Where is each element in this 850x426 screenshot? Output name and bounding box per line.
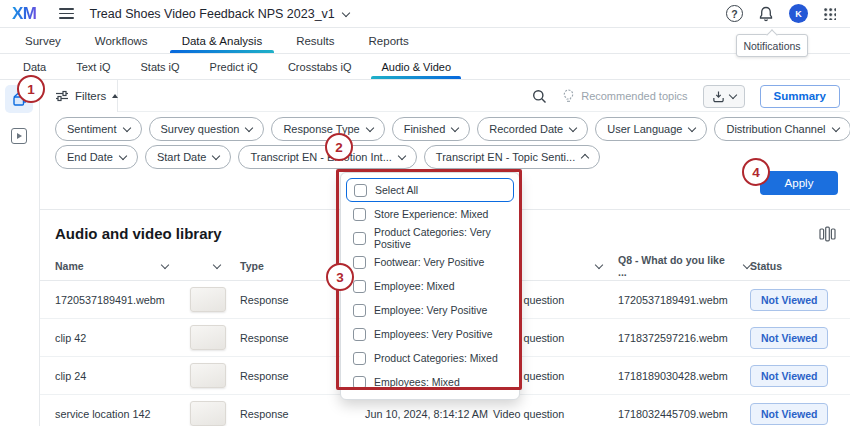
tab-predict-iq[interactable]: Predict iQ xyxy=(195,54,273,79)
checkbox[interactable] xyxy=(354,184,367,197)
filter-chip-survey-question[interactable]: Survey question xyxy=(149,117,265,141)
xm-logo: XM xyxy=(12,4,37,24)
question-cell: Video question xyxy=(493,408,618,420)
column-header-name[interactable]: Name xyxy=(55,260,190,272)
search-icon[interactable] xyxy=(532,89,547,104)
topic-sentiment-dropdown: Select All Store Experience: Mixed Produ… xyxy=(340,172,520,400)
annotation-step-2: 2 xyxy=(325,133,353,161)
project-title: Tread Shoes Video Feedback NPS 2023_v1 xyxy=(90,7,335,21)
apply-button[interactable]: Apply xyxy=(760,171,838,195)
tab-text-iq[interactable]: Text iQ xyxy=(61,54,125,79)
filter-chip-user-language[interactable]: User Language xyxy=(595,117,707,141)
chevron-down-icon xyxy=(451,124,459,132)
columns-icon xyxy=(819,226,836,242)
option-label: Product Categories: Very Positive xyxy=(374,226,507,250)
help-icon[interactable]: ? xyxy=(726,5,743,22)
chevron-up-icon xyxy=(581,154,589,162)
option-label: Employee: Very Positive xyxy=(374,304,487,316)
video-thumbnail[interactable] xyxy=(190,325,226,350)
file-name: service location 142 xyxy=(55,408,190,420)
primary-nav: Survey Workflows Data & Analysis Results… xyxy=(0,28,850,54)
summary-button[interactable]: Summary xyxy=(760,85,840,108)
filter-chip-sentiment[interactable]: Sentiment xyxy=(55,117,142,141)
dropdown-option[interactable]: Employee: Mixed xyxy=(346,274,514,298)
file-name: 1720537189491.webm xyxy=(55,294,190,306)
option-label: Product Categories: Mixed xyxy=(374,352,498,364)
app-window: XM Tread Shoes Video Feedback NPS 2023_v… xyxy=(0,0,850,426)
video-thumbnail[interactable] xyxy=(190,401,226,426)
dropdown-option[interactable]: Employees: Mixed xyxy=(346,370,514,394)
annotation-step-1: 1 xyxy=(17,75,45,103)
filter-chip-end-date[interactable]: End Date xyxy=(55,145,138,169)
status-badge: Not Viewed xyxy=(750,403,828,425)
checkbox[interactable] xyxy=(353,280,366,293)
q8-cell: 1720537189491.webm xyxy=(618,294,750,306)
tab-audio-video[interactable]: Audio & Video xyxy=(366,54,466,79)
top-right-icons: ? K xyxy=(726,4,836,23)
sort-chevron-icon xyxy=(161,260,169,268)
top-bar: XM Tread Shoes Video Feedback NPS 2023_v… xyxy=(0,0,850,28)
dropdown-option[interactable]: Employees: Very Positive xyxy=(346,322,514,346)
dropdown-option-select-all[interactable]: Select All xyxy=(346,178,514,202)
file-name: clip 24 xyxy=(55,370,190,382)
option-label: Employee: Mixed xyxy=(374,280,455,292)
filters-button[interactable]: Filters xyxy=(55,90,118,102)
checkbox[interactable] xyxy=(353,232,366,245)
status-badge: Not Viewed xyxy=(750,289,828,311)
tab-results[interactable]: Results xyxy=(279,28,351,53)
dropdown-option[interactable]: Store Experience: Mixed xyxy=(346,202,514,226)
checkbox[interactable] xyxy=(353,208,366,221)
lightbulb-icon xyxy=(562,89,575,103)
recommended-topics-label: Recommended topics xyxy=(581,90,687,102)
dropdown-option[interactable]: Employee: Very Positive xyxy=(346,298,514,322)
dropdown-option[interactable]: Product Categories: Very Positive xyxy=(346,226,514,250)
column-header-thumbnail[interactable] xyxy=(190,264,240,268)
chevron-down-icon xyxy=(569,124,577,132)
app-grid-icon[interactable] xyxy=(823,7,836,20)
project-title-dropdown[interactable]: Tread Shoes Video Feedback NPS 2023_v1 xyxy=(90,7,349,21)
video-thumbnail[interactable] xyxy=(190,287,226,312)
tab-reports[interactable]: Reports xyxy=(352,28,426,53)
tab-data-analysis[interactable]: Data & Analysis xyxy=(165,28,280,53)
sidebar xyxy=(0,80,40,426)
column-header-status[interactable]: Status xyxy=(750,260,850,272)
option-label: Select All xyxy=(375,184,418,196)
tab-crosstabs-iq[interactable]: Crosstabs iQ xyxy=(273,54,367,79)
checkbox[interactable] xyxy=(353,304,366,317)
filter-chip-topic-sentiment[interactable]: Transcript EN - Topic Senti... xyxy=(424,145,600,169)
chevron-down-icon xyxy=(688,124,696,132)
export-icon xyxy=(712,90,725,103)
q8-cell: 1718032445709.webm xyxy=(618,408,750,420)
avatar[interactable]: K xyxy=(789,4,808,23)
q8-cell: 1718372597216.webm xyxy=(618,332,750,344)
video-thumbnail[interactable] xyxy=(190,363,226,388)
status-badge: Not Viewed xyxy=(750,365,828,387)
checkbox[interactable] xyxy=(353,328,366,341)
bell-icon[interactable] xyxy=(758,6,774,22)
checkbox[interactable] xyxy=(353,256,366,269)
tab-workflows[interactable]: Workflows xyxy=(78,28,165,53)
chevron-down-icon xyxy=(245,124,253,132)
tab-survey[interactable]: Survey xyxy=(8,28,78,53)
dropdown-option[interactable]: Footwear: Very Positive xyxy=(346,250,514,274)
sidebar-item-video-player[interactable] xyxy=(11,128,27,144)
filter-chip-distribution-channel[interactable]: Distribution Channel xyxy=(714,117,850,141)
filter-chip-recorded-date[interactable]: Recorded Date xyxy=(477,117,588,141)
tab-stats-iq[interactable]: Stats iQ xyxy=(125,54,194,79)
chevron-down-icon xyxy=(342,8,350,16)
status-badge: Not Viewed xyxy=(750,327,828,349)
column-settings-button[interactable] xyxy=(819,226,836,242)
hamburger-menu-icon[interactable] xyxy=(59,8,74,19)
column-header-q8[interactable]: Q8 - What do you like ... xyxy=(618,254,750,278)
export-button[interactable] xyxy=(703,85,745,108)
date-cell: Jun 10, 2024, 8:14:12 AM xyxy=(365,408,493,420)
option-label: Employees: Mixed xyxy=(374,376,460,388)
filter-chip-start-date[interactable]: Start Date xyxy=(145,145,232,169)
secondary-nav: Data Text iQ Stats iQ Predict iQ Crossta… xyxy=(0,54,850,80)
play-icon xyxy=(17,133,22,139)
checkbox[interactable] xyxy=(353,352,366,365)
dropdown-option[interactable]: Product Categories: Mixed xyxy=(346,346,514,370)
filter-chip-finished[interactable]: Finished xyxy=(392,117,471,141)
checkbox[interactable] xyxy=(353,376,366,389)
recommended-topics-button[interactable]: Recommended topics xyxy=(562,89,687,103)
